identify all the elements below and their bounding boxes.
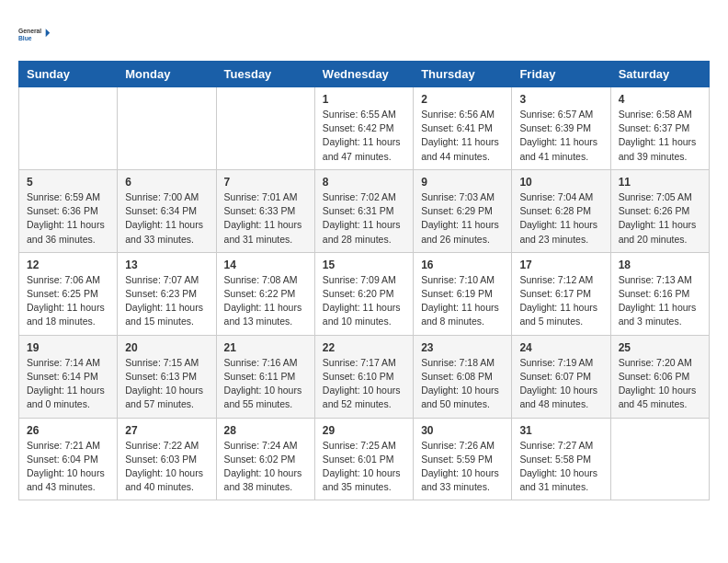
day-of-week-header: Saturday: [610, 62, 709, 87]
day-number: 30: [421, 424, 504, 437]
day-number: 11: [619, 176, 701, 189]
calendar-cell: 28Sunrise: 7:24 AMSunset: 6:02 PMDayligh…: [216, 418, 314, 500]
calendar-week-row: 19Sunrise: 7:14 AMSunset: 6:14 PMDayligh…: [19, 335, 710, 418]
day-info: Sunrise: 7:01 AMSunset: 6:33 PMDaylight:…: [224, 190, 307, 247]
day-info: Sunrise: 7:03 AMSunset: 6:29 PMDaylight:…: [421, 190, 504, 247]
day-info: Sunrise: 6:56 AMSunset: 6:41 PMDaylight:…: [421, 108, 504, 164]
day-of-week-header: Monday: [118, 62, 216, 87]
day-number: 10: [519, 176, 602, 189]
svg-text:Blue: Blue: [18, 35, 32, 41]
day-number: 23: [421, 341, 504, 354]
calendar-cell: 8Sunrise: 7:02 AMSunset: 6:31 PMDaylight…: [314, 169, 413, 252]
day-number: 5: [27, 176, 109, 189]
calendar-cell: 19Sunrise: 7:14 AMSunset: 6:14 PMDayligh…: [19, 335, 118, 418]
calendar-cell: 17Sunrise: 7:12 AMSunset: 6:17 PMDayligh…: [512, 252, 610, 335]
day-info: Sunrise: 7:21 AMSunset: 6:04 PMDaylight:…: [27, 439, 109, 495]
calendar-week-row: 26Sunrise: 7:21 AMSunset: 6:04 PMDayligh…: [19, 418, 710, 500]
calendar-cell: 31Sunrise: 7:27 AMSunset: 5:58 PMDayligh…: [512, 418, 610, 500]
day-of-week-header: Sunday: [19, 62, 118, 87]
calendar-week-row: 1Sunrise: 6:55 AMSunset: 6:42 PMDaylight…: [19, 87, 710, 170]
calendar-cell: 1Sunrise: 6:55 AMSunset: 6:42 PMDaylight…: [314, 87, 413, 170]
calendar-cell: 27Sunrise: 7:22 AMSunset: 6:03 PMDayligh…: [118, 418, 216, 500]
day-number: 19: [27, 341, 109, 354]
day-info: Sunrise: 7:04 AMSunset: 6:28 PMDaylight:…: [519, 190, 602, 247]
calendar-cell: 6Sunrise: 7:00 AMSunset: 6:34 PMDaylight…: [118, 169, 216, 252]
svg-marker-2: [46, 29, 51, 37]
logo: GeneralBlue: [18, 18, 51, 52]
day-number: 29: [323, 424, 405, 437]
day-info: Sunrise: 6:55 AMSunset: 6:42 PMDaylight:…: [323, 108, 405, 164]
calendar-cell: 22Sunrise: 7:17 AMSunset: 6:10 PMDayligh…: [314, 335, 413, 418]
calendar-cell: 2Sunrise: 6:56 AMSunset: 6:41 PMDaylight…: [414, 87, 512, 170]
day-number: 28: [224, 424, 307, 437]
calendar-cell: 18Sunrise: 7:13 AMSunset: 6:16 PMDayligh…: [610, 252, 709, 335]
day-number: 24: [519, 341, 602, 354]
day-info: Sunrise: 7:27 AMSunset: 5:58 PMDaylight:…: [519, 439, 602, 495]
day-of-week-header: Wednesday: [314, 62, 413, 87]
calendar-cell: 24Sunrise: 7:19 AMSunset: 6:07 PMDayligh…: [512, 335, 610, 418]
calendar-cell: 21Sunrise: 7:16 AMSunset: 6:11 PMDayligh…: [216, 335, 314, 418]
day-number: 25: [619, 341, 701, 354]
calendar-cell: 20Sunrise: 7:15 AMSunset: 6:13 PMDayligh…: [118, 335, 216, 418]
day-number: 1: [323, 93, 405, 106]
calendar-cell: 4Sunrise: 6:58 AMSunset: 6:37 PMDaylight…: [610, 87, 709, 170]
page-header: GeneralBlue: [18, 18, 710, 52]
calendar-cell: 7Sunrise: 7:01 AMSunset: 6:33 PMDaylight…: [216, 169, 314, 252]
calendar-cell: 23Sunrise: 7:18 AMSunset: 6:08 PMDayligh…: [414, 335, 512, 418]
day-number: 18: [619, 259, 701, 271]
calendar-header-row: SundayMondayTuesdayWednesdayThursdayFrid…: [19, 62, 710, 87]
day-number: 20: [125, 341, 208, 354]
day-info: Sunrise: 7:26 AMSunset: 5:59 PMDaylight:…: [421, 439, 504, 495]
day-info: Sunrise: 7:12 AMSunset: 6:17 PMDaylight:…: [519, 273, 602, 329]
day-info: Sunrise: 7:06 AMSunset: 6:25 PMDaylight:…: [27, 273, 109, 329]
day-number: 21: [224, 341, 307, 354]
day-number: 7: [224, 176, 307, 189]
day-info: Sunrise: 7:16 AMSunset: 6:11 PMDaylight:…: [224, 356, 307, 412]
day-info: Sunrise: 7:13 AMSunset: 6:16 PMDaylight:…: [619, 273, 701, 329]
day-info: Sunrise: 6:58 AMSunset: 6:37 PMDaylight:…: [619, 108, 701, 164]
day-info: Sunrise: 7:09 AMSunset: 6:20 PMDaylight:…: [323, 273, 405, 329]
day-of-week-header: Friday: [512, 62, 610, 87]
day-number: 31: [519, 424, 602, 437]
calendar-table: SundayMondayTuesdayWednesdayThursdayFrid…: [18, 61, 710, 500]
day-number: 3: [519, 93, 602, 106]
calendar-cell: 3Sunrise: 6:57 AMSunset: 6:39 PMDaylight…: [512, 87, 610, 170]
calendar-cell: 11Sunrise: 7:05 AMSunset: 6:26 PMDayligh…: [610, 169, 709, 252]
calendar-cell: 9Sunrise: 7:03 AMSunset: 6:29 PMDaylight…: [414, 169, 512, 252]
day-number: 6: [125, 176, 208, 189]
day-number: 27: [125, 424, 208, 437]
calendar-cell: 13Sunrise: 7:07 AMSunset: 6:23 PMDayligh…: [118, 252, 216, 335]
day-number: 13: [125, 259, 208, 271]
day-info: Sunrise: 7:07 AMSunset: 6:23 PMDaylight:…: [125, 273, 208, 329]
calendar-cell: 10Sunrise: 7:04 AMSunset: 6:28 PMDayligh…: [512, 169, 610, 252]
day-info: Sunrise: 7:19 AMSunset: 6:07 PMDaylight:…: [519, 356, 602, 412]
calendar-cell: 14Sunrise: 7:08 AMSunset: 6:22 PMDayligh…: [216, 252, 314, 335]
day-of-week-header: Thursday: [414, 62, 512, 87]
day-info: Sunrise: 7:22 AMSunset: 6:03 PMDaylight:…: [125, 439, 208, 495]
calendar-cell: 15Sunrise: 7:09 AMSunset: 6:20 PMDayligh…: [314, 252, 413, 335]
day-info: Sunrise: 7:14 AMSunset: 6:14 PMDaylight:…: [27, 356, 109, 412]
calendar-cell: 29Sunrise: 7:25 AMSunset: 6:01 PMDayligh…: [314, 418, 413, 500]
day-info: Sunrise: 7:05 AMSunset: 6:26 PMDaylight:…: [619, 190, 701, 247]
calendar-cell: 26Sunrise: 7:21 AMSunset: 6:04 PMDayligh…: [19, 418, 118, 500]
calendar-cell: 25Sunrise: 7:20 AMSunset: 6:06 PMDayligh…: [610, 335, 709, 418]
day-number: 2: [421, 93, 504, 106]
day-info: Sunrise: 7:20 AMSunset: 6:06 PMDaylight:…: [619, 356, 701, 412]
day-info: Sunrise: 7:15 AMSunset: 6:13 PMDaylight:…: [125, 356, 208, 412]
logo-icon: GeneralBlue: [18, 18, 51, 52]
day-number: 16: [421, 259, 504, 271]
calendar-cell: [216, 87, 314, 170]
calendar-cell: 12Sunrise: 7:06 AMSunset: 6:25 PMDayligh…: [19, 252, 118, 335]
day-info: Sunrise: 7:24 AMSunset: 6:02 PMDaylight:…: [224, 439, 307, 495]
day-info: Sunrise: 7:02 AMSunset: 6:31 PMDaylight:…: [323, 190, 405, 247]
svg-text:General: General: [18, 28, 41, 34]
calendar-week-row: 5Sunrise: 6:59 AMSunset: 6:36 PMDaylight…: [19, 169, 710, 252]
day-number: 4: [619, 93, 701, 106]
day-number: 14: [224, 259, 307, 271]
calendar-week-row: 12Sunrise: 7:06 AMSunset: 6:25 PMDayligh…: [19, 252, 710, 335]
day-info: Sunrise: 7:10 AMSunset: 6:19 PMDaylight:…: [421, 273, 504, 329]
day-info: Sunrise: 7:00 AMSunset: 6:34 PMDaylight:…: [125, 190, 208, 247]
day-number: 15: [323, 259, 405, 271]
day-number: 26: [27, 424, 109, 437]
calendar-cell: [118, 87, 216, 170]
